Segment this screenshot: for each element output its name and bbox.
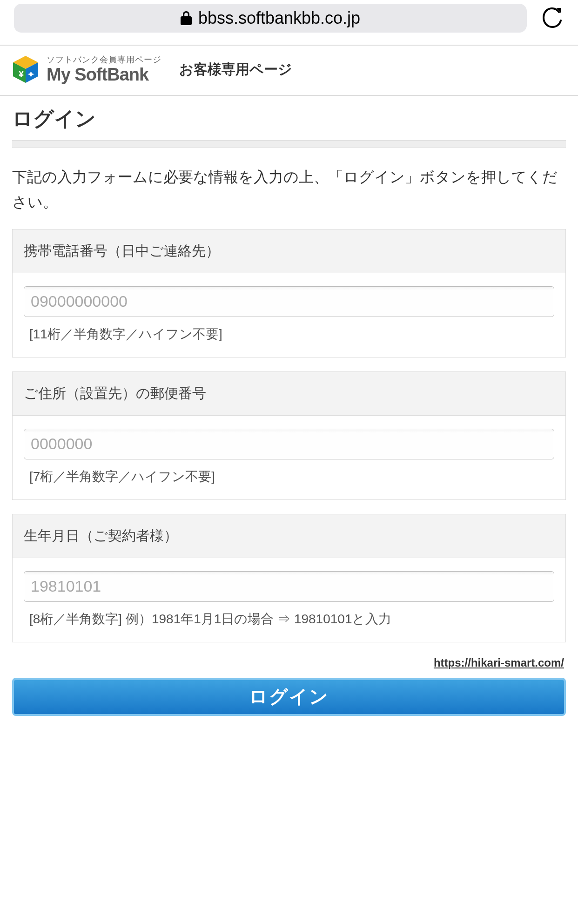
svg-text:¥: ¥ — [19, 69, 24, 79]
birthdate-input[interactable] — [24, 571, 554, 602]
postal-input[interactable] — [24, 429, 554, 459]
address-pill[interactable]: bbss.softbankbb.co.jp — [14, 4, 527, 33]
phone-hint: [11桁／半角数字／ハイフン不要] — [24, 325, 554, 343]
birthdate-label: 生年月日（ご契約者様） — [13, 514, 565, 558]
brand-small-text: ソフトバンク会員専用ページ — [47, 55, 161, 64]
title-divider — [12, 140, 566, 148]
phone-field: 携帯電話番号（日中ご連絡先） [11桁／半角数字／ハイフン不要] — [12, 229, 566, 357]
external-link[interactable]: https://hikari-smart.com/ — [434, 656, 564, 669]
lock-icon — [181, 11, 192, 25]
postal-field: ご住所（設置先）の郵便番号 [7桁／半角数字／ハイフン不要] — [12, 371, 566, 500]
birthdate-hint: [8桁／半角数字] 例）1981年1月1日の場合 ⇒ 19810101と入力 — [24, 610, 554, 628]
url-text: bbss.softbankbb.co.jp — [198, 8, 360, 28]
postal-hint: [7桁／半角数字／ハイフン不要] — [24, 468, 554, 486]
brand-sub-text: お客様専用ページ — [179, 60, 292, 79]
page-title: ログイン — [0, 96, 578, 140]
birthdate-field: 生年月日（ご契約者様） [8桁／半角数字] 例）1981年1月1日の場合 ⇒ 1… — [12, 514, 566, 642]
logo-icon: ¥ ✦ — [11, 55, 40, 84]
reload-button[interactable] — [541, 7, 564, 30]
phone-label: 携帯電話番号（日中ご連絡先） — [13, 229, 565, 273]
brand-header: ¥ ✦ ソフトバンク会員専用ページ My SoftBank お客様専用ページ — [0, 46, 578, 96]
brand-text: ソフトバンク会員専用ページ My SoftBank — [47, 55, 161, 83]
login-button[interactable]: ログイン — [12, 678, 566, 716]
browser-address-bar: bbss.softbankbb.co.jp — [0, 0, 578, 36]
phone-input[interactable] — [24, 286, 554, 317]
svg-text:✦: ✦ — [27, 70, 34, 79]
brand-main-text: My SoftBank — [47, 66, 161, 83]
external-link-row: https://hikari-smart.com/ — [0, 656, 578, 673]
postal-label: ご住所（設置先）の郵便番号 — [13, 372, 565, 416]
instruction-text: 下記の入力フォームに必要な情報を入力の上、「ログイン」ボタンを押してください。 — [0, 148, 578, 229]
